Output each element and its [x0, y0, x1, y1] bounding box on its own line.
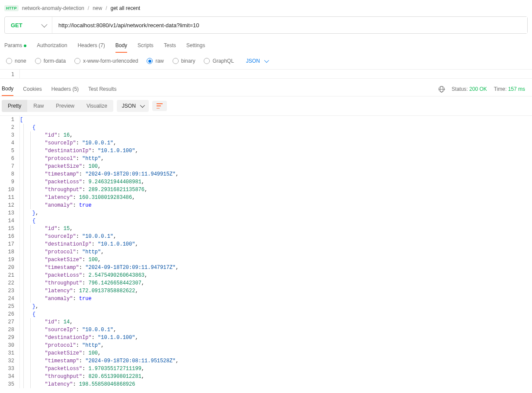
request-body-editor[interactable]: 1 — [0, 69, 532, 79]
body-type-selector: none form-data x-www-form-urlencoded raw… — [0, 53, 532, 69]
resp-tab-body[interactable]: Body — [2, 82, 13, 96]
resp-tab-cookies[interactable]: Cookies — [23, 83, 42, 96]
radio-icon — [204, 58, 210, 64]
radio-label: GraphQL — [212, 58, 234, 64]
tab-settings[interactable]: Settings — [186, 39, 205, 53]
chevron-down-icon — [140, 103, 145, 108]
radio-label: none — [15, 58, 26, 64]
tab-label: Params — [4, 42, 22, 48]
radio-icon — [147, 58, 153, 64]
view-visualize[interactable]: Visualize — [80, 100, 113, 112]
view-mode-group: Pretty Raw Preview Visualize — [2, 100, 113, 112]
globe-icon[interactable] — [439, 86, 445, 92]
breadcrumb-separator: / — [106, 5, 107, 11]
time-label-text: Time: — [494, 86, 507, 92]
radio-label: raw — [155, 58, 163, 64]
radio-icon — [173, 58, 179, 64]
chevron-down-icon — [264, 58, 269, 63]
radio-icon — [35, 58, 41, 64]
chevron-down-icon — [41, 22, 47, 28]
tab-scripts[interactable]: Scripts — [138, 39, 154, 53]
breadcrumb-current: get all recent — [110, 5, 140, 11]
tab-params[interactable]: Params — [4, 39, 26, 53]
response-meta: Status: 200 OK Time: 157 ms — [439, 86, 530, 92]
method-badge-icon: HTTP — [4, 5, 19, 11]
request-tabs: Params Authorization Headers (7) Body Sc… — [0, 39, 532, 53]
breadcrumb-folder[interactable]: new — [93, 5, 102, 11]
raw-format-dropdown[interactable]: JSON — [246, 58, 268, 64]
time-label: Time: 157 ms — [494, 86, 525, 92]
response-tabs: Body Cookies Headers (5) Test Results St… — [0, 82, 532, 96]
tab-body[interactable]: Body — [115, 39, 127, 53]
status-label: Status: 200 OK — [452, 86, 487, 92]
wrap-lines-icon — [157, 103, 163, 109]
radio-x-www-form-urlencoded[interactable]: x-www-form-urlencoded — [74, 58, 138, 64]
radio-binary[interactable]: binary — [173, 58, 195, 64]
tab-headers[interactable]: Headers (7) — [77, 39, 105, 53]
radio-icon — [6, 58, 12, 64]
status-value: 200 OK — [469, 86, 487, 92]
raw-format-label: JSON — [246, 58, 260, 64]
url-bar: GET — [4, 16, 528, 34]
method-dropdown[interactable]: GET — [5, 17, 52, 33]
resp-tab-headers[interactable]: Headers (5) — [51, 83, 79, 96]
tab-authorization[interactable]: Authorization — [37, 39, 67, 53]
method-label: GET — [11, 22, 22, 29]
time-value: 157 ms — [508, 86, 525, 92]
view-preview[interactable]: Preview — [50, 100, 80, 112]
radio-form-data[interactable]: form-data — [35, 58, 66, 64]
radio-graphql[interactable]: GraphQL — [204, 58, 234, 64]
code-content[interactable]: [ { "id": 16, "sourceIp": "10.0.0.1", "d… — [20, 116, 532, 388]
radio-none[interactable]: none — [6, 58, 26, 64]
response-format-dropdown[interactable]: JSON — [117, 100, 149, 112]
code-gutter: 1234567891011121314151617181920212223242… — [0, 116, 20, 388]
tab-tests[interactable]: Tests — [164, 39, 176, 53]
editor-content[interactable] — [20, 70, 532, 78]
breadcrumb-separator: / — [88, 5, 89, 11]
view-pretty[interactable]: Pretty — [2, 100, 27, 112]
response-format-label: JSON — [122, 103, 136, 109]
params-indicator-icon — [24, 45, 26, 47]
radio-label: form-data — [44, 58, 66, 64]
breadcrumb-root[interactable]: network-anomaly-detection — [22, 5, 84, 11]
response-body-viewer[interactable]: 1234567891011121314151617181920212223242… — [0, 115, 532, 388]
wrap-lines-button[interactable] — [152, 101, 167, 111]
resp-tab-test-results[interactable]: Test Results — [88, 83, 116, 96]
radio-label: x-www-form-urlencoded — [83, 58, 138, 64]
radio-raw[interactable]: raw — [147, 58, 163, 64]
view-raw[interactable]: Raw — [27, 100, 50, 112]
response-view-modes: Pretty Raw Preview Visualize JSON — [0, 96, 532, 115]
url-input[interactable] — [52, 17, 527, 33]
breadcrumb: HTTP network-anomaly-detection / new / g… — [0, 0, 532, 16]
editor-gutter: 1 — [0, 70, 20, 78]
status-label-text: Status: — [452, 86, 468, 92]
radio-label: binary — [181, 58, 195, 64]
radio-icon — [74, 58, 80, 64]
